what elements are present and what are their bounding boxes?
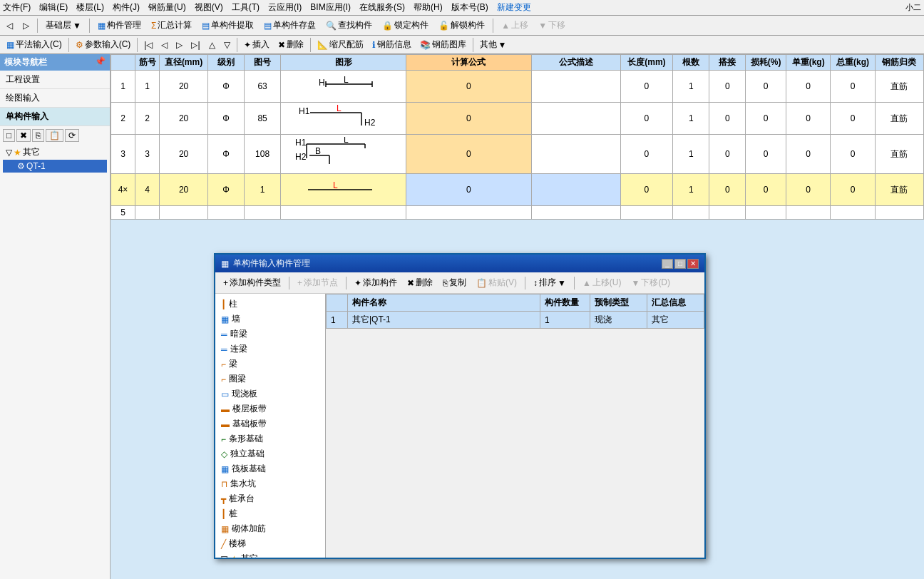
col-icon: ┃ — [221, 299, 226, 309]
dlg-sort-arrow: ▼ — [558, 278, 566, 288]
dlg-tree-strip-found[interactable]: ⌐ 条形基础 — [215, 431, 325, 446]
dlg-sort-icon: ↕ — [533, 278, 538, 288]
dlg-tree-beam[interactable]: ⌐ 梁 — [215, 357, 325, 372]
dlg-tree-ind-found-label: 独立基础 — [230, 448, 265, 460]
dlg-tree-other-label: 其它 — [241, 553, 258, 558]
ind-found-icon: ◇ — [221, 449, 227, 459]
dialog-title-left: ▦ 单构件输入构件管理 — [221, 257, 310, 270]
dlg-paste-label: 粘贴(V) — [488, 277, 517, 289]
add-type-btn[interactable]: + 添加构件类型 — [220, 275, 284, 291]
dlg-tree-pit-label: 集水坑 — [230, 478, 256, 490]
dlg-tree-base-band-label: 基础板带 — [232, 418, 267, 430]
dialog-body: ┃ 柱 ▦ 墙 ═ 暗梁 ═ 连梁 ⌐ 梁 — [215, 294, 704, 558]
dlg-tree-pile-label: 桩 — [229, 508, 237, 520]
dlg-tree-col[interactable]: ┃ 柱 — [215, 297, 325, 312]
add-component-label: 添加构件 — [363, 277, 397, 289]
dialog-controls: _ □ ✕ — [662, 259, 699, 269]
dlg-delete-icon: ✖ — [407, 278, 414, 288]
expand-other-icon: ▽ — [221, 554, 227, 558]
dlg-tree-base-band[interactable]: ▬ 基础板带 — [215, 416, 325, 431]
dlg-tree-stair[interactable]: ╱ 楼梯 — [215, 536, 325, 551]
dialog-icon: ▦ — [221, 259, 229, 269]
dlg-tree-anbeam[interactable]: ═ 暗梁 — [215, 327, 325, 342]
dialog-titlebar: ▦ 单构件输入构件管理 _ □ ✕ — [215, 255, 704, 272]
dlg-tree-masonry[interactable]: ▦ 砌体加筋 — [215, 521, 325, 536]
dlg-cell-summary[interactable]: 其它 — [647, 312, 704, 329]
dlg-tree-strip-found-label: 条形基础 — [229, 433, 263, 445]
dlg-tree-cap-label: 桩承台 — [229, 493, 255, 505]
add-node-label: 添加节点 — [304, 277, 338, 289]
dialog-table-header: 构件名称 构件数量 预制类型 汇总信息 — [327, 294, 704, 312]
dialog-right: 构件名称 构件数量 预制类型 汇总信息 1 其它|QT-1 1 现浇 其它 — [326, 294, 704, 558]
dlg-tree-other[interactable]: ▽ ★ 其它 — [215, 551, 325, 558]
dlg-tree-ind-found[interactable]: ◇ 独立基础 — [215, 446, 325, 461]
dlg-tree-ring-label: 圈梁 — [229, 373, 246, 385]
dialog-tree: ┃ 柱 ▦ 墙 ═ 暗梁 ═ 连梁 ⌐ 梁 — [215, 294, 326, 558]
dlg-sep3 — [525, 277, 525, 290]
add-type-icon: + — [223, 278, 228, 288]
dlg-tree-ring[interactable]: ⌐ 圈梁 — [215, 372, 325, 386]
beam-icon: ⌐ — [221, 359, 226, 369]
dlg-sort-btn[interactable]: ↕ 排序 ▼ — [530, 275, 570, 291]
add-component-btn[interactable]: ✦ 添加构件 — [351, 275, 401, 291]
dlg-tree-pit[interactable]: ⊓ 集水坑 — [215, 476, 325, 491]
dlg-cell-prefab[interactable]: 现浇 — [590, 312, 647, 329]
pit-icon: ⊓ — [221, 479, 227, 489]
dlg-tree-pile[interactable]: ┃ 桩 — [215, 506, 325, 521]
dlg-tree-wall[interactable]: ▦ 墙 — [215, 312, 325, 327]
dlg-tree-slab[interactable]: ▭ 现浇板 — [215, 386, 325, 401]
dlg-down-btn[interactable]: ▼ 下移(D) — [627, 275, 674, 291]
dlg-down-label: 下移(D) — [641, 277, 670, 289]
dlg-up-btn[interactable]: ▲ 上移(U) — [579, 275, 625, 291]
dlg-tree-wall-label: 墙 — [232, 313, 240, 325]
base-band-icon: ▬ — [221, 419, 230, 429]
dlg-up-label: 上移(U) — [592, 277, 622, 289]
dlg-tree-raft[interactable]: ▦ 筏板基础 — [215, 461, 325, 476]
dialog-table-row[interactable]: 1 其它|QT-1 1 现浇 其它 — [327, 312, 704, 329]
dialog-minimize-btn[interactable]: _ — [662, 259, 673, 269]
slab-icon: ▭ — [221, 389, 229, 399]
dlg-tree-cap[interactable]: ┳ 桩承台 — [215, 491, 325, 506]
dlg-tree-stair-label: 楼梯 — [229, 538, 246, 550]
ring-icon: ⌐ — [221, 374, 226, 384]
dlg-cell-name[interactable]: 其它|QT-1 — [348, 312, 540, 329]
dlg-tree-anbeam-label: 暗梁 — [230, 328, 247, 340]
lianbeam-icon: ═ — [221, 344, 227, 354]
dlg-tree-lianbeam-label: 连梁 — [230, 343, 247, 355]
dialog-maximize-btn[interactable]: □ — [674, 259, 686, 269]
dlg-col-summary: 汇总信息 — [647, 294, 704, 312]
add-node-btn[interactable]: + 添加节点 — [294, 275, 342, 291]
dlg-down-icon: ▼ — [631, 278, 640, 288]
dlg-tree-masonry-label: 砌体加筋 — [232, 523, 266, 535]
dlg-sort-label: 排序 — [539, 277, 556, 289]
dialog-component-table: 构件名称 构件数量 预制类型 汇总信息 1 其它|QT-1 1 现浇 其它 — [326, 294, 704, 329]
dlg-paste-icon: 📋 — [476, 278, 487, 288]
dlg-tree-beam-label: 梁 — [229, 358, 237, 370]
dlg-tree-floor-band[interactable]: ▬ 楼层板带 — [215, 401, 325, 416]
add-type-label: 添加构件类型 — [230, 277, 281, 289]
dialog-close-btn[interactable]: ✕ — [687, 259, 699, 269]
stair-icon: ╱ — [221, 539, 226, 549]
anbeam-icon: ═ — [221, 329, 227, 339]
pile-icon: ┃ — [221, 509, 226, 519]
dlg-tree-col-label: 柱 — [229, 298, 237, 310]
dlg-copy-btn[interactable]: ⎘ 复制 — [439, 275, 470, 291]
dialog-title: 单构件输入构件管理 — [233, 257, 310, 270]
dlg-delete-label: 删除 — [416, 277, 433, 289]
dlg-delete-btn[interactable]: ✖ 删除 — [404, 275, 436, 291]
dialog-toolbar: + 添加构件类型 + 添加节点 ✦ 添加构件 ✖ 删除 ⎘ 复制 📋 — [215, 272, 704, 294]
dlg-tree-raft-label: 筏板基础 — [232, 463, 266, 475]
add-node-icon: + — [297, 278, 302, 288]
wall-icon: ▦ — [221, 314, 229, 324]
dlg-up-icon: ▲ — [582, 278, 591, 288]
dlg-sep2 — [346, 277, 346, 290]
masonry-icon: ▦ — [221, 524, 229, 534]
dlg-col-count: 构件数量 — [540, 294, 590, 312]
dlg-col-idx — [327, 294, 348, 312]
dlg-tree-lianbeam[interactable]: ═ 连梁 — [215, 342, 325, 357]
dialog-overlay: ▦ 单构件输入构件管理 _ □ ✕ + 添加构件类型 + 添加节点 ✦ — [0, 0, 924, 579]
dlg-paste-btn[interactable]: 📋 粘贴(V) — [473, 275, 520, 291]
component-manage-dialog: ▦ 单构件输入构件管理 _ □ ✕ + 添加构件类型 + 添加节点 ✦ — [214, 253, 706, 559]
dlg-cell-count[interactable]: 1 — [540, 312, 590, 329]
dlg-sep1 — [289, 277, 289, 290]
